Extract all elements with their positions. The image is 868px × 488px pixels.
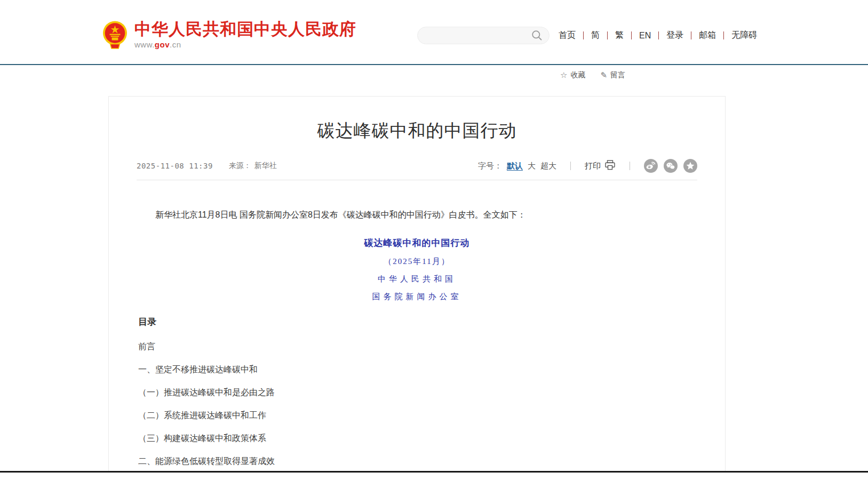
source-value: 新华社 (254, 161, 277, 171)
share-icons (644, 159, 697, 173)
site-header: 中华人民共和国中央人民政府 www.gov.cn 首页 简 繁 EN 登录 (0, 0, 868, 64)
nav-item-accessibility[interactable]: 无障碍 (730, 30, 758, 41)
print-button[interactable]: 打印 (585, 160, 616, 172)
nav-separator (583, 31, 584, 39)
nav-item-home[interactable]: 首页 (558, 30, 577, 41)
search-box (417, 27, 550, 44)
lead-paragraph: 新华社北京11月8日电 国务院新闻办公室8日发布《碳达峰碳中和的中国行动》白皮书… (138, 208, 696, 222)
page-toolbar: ☆ 收藏 ✎ 留言 (560, 70, 625, 80)
font-size-xlarge-button[interactable]: 超大 (540, 161, 556, 171)
meta-separator (570, 162, 571, 170)
header-divider (0, 64, 868, 65)
search-input[interactable] (426, 31, 531, 40)
toc-item-2: 二、能源绿色低碳转型取得显著成效 (138, 457, 696, 466)
toc-item-1-3: （三）构建碳达峰碳中和政策体系 (138, 434, 696, 443)
bottom-mask (0, 473, 868, 488)
document-title: 碳达峰碳中和的中国行动 (138, 237, 696, 249)
nav-item-english[interactable]: EN (638, 31, 652, 41)
pencil-icon: ✎ (600, 70, 607, 80)
article-date: 2025-11-08 11:39 (137, 162, 213, 170)
nav-separator (631, 31, 632, 39)
document-issuer-line-1: 中华人民共和国 (138, 274, 696, 284)
star-outline-icon: ☆ (560, 70, 567, 80)
font-size-default-button[interactable]: 默认 (507, 161, 523, 171)
logo-text: 中华人民共和国中央人民政府 www.gov.cn (134, 20, 356, 49)
font-size-label: 字号： (478, 161, 502, 171)
site-url-suffix: .cn (170, 40, 181, 49)
nav-item-mail[interactable]: 邮箱 (698, 30, 717, 41)
toc-item-1-2: （二）系统推进碳达峰碳中和工作 (138, 411, 696, 420)
site-logo[interactable]: 中华人民共和国中央人民政府 www.gov.cn (102, 20, 356, 50)
article-meta-left: 2025-11-08 11:39 来源： 新华社 (137, 161, 277, 171)
meta-separator (630, 162, 630, 170)
favorite-button[interactable]: ☆ 收藏 (560, 70, 585, 80)
font-size-large-button[interactable]: 大 (528, 161, 536, 171)
search-icon[interactable] (531, 30, 543, 41)
nav-separator (691, 31, 691, 39)
nav-separator (607, 31, 608, 39)
printer-icon (604, 160, 616, 172)
nav-item-simplified[interactable]: 简 (590, 30, 601, 41)
nav-separator (723, 31, 724, 39)
toc-item-1-1: （一）推进碳达峰碳中和是必由之路 (138, 388, 696, 397)
article-title: 碳达峰碳中和的中国行动 (109, 119, 725, 143)
favorite-label: 收藏 (570, 70, 585, 80)
nav-separator (658, 31, 659, 39)
source-label: 来源： (229, 161, 251, 171)
national-emblem-icon (102, 20, 128, 50)
comment-button[interactable]: ✎ 留言 (600, 70, 625, 80)
site-title: 中华人民共和国中央人民政府 (134, 20, 356, 38)
toc-item-preface: 前言 (138, 342, 696, 351)
star-share-icon[interactable] (683, 159, 697, 173)
site-url: www.gov.cn (134, 40, 356, 49)
article-body: 新华社北京11月8日电 国务院新闻办公室8日发布《碳达峰碳中和的中国行动》白皮书… (109, 208, 725, 471)
nav-item-login[interactable]: 登录 (665, 30, 684, 41)
weibo-share-icon[interactable] (644, 159, 658, 173)
toc-item-1: 一、坚定不移推进碳达峰碳中和 (138, 365, 696, 374)
site-url-prefix: www. (134, 40, 155, 49)
wechat-share-icon[interactable] (664, 159, 678, 173)
toc-heading: 目录 (138, 316, 696, 328)
viewport-bottom-edge (0, 471, 868, 473)
page: 中华人民共和国中央人民政府 www.gov.cn 首页 简 繁 EN 登录 (0, 0, 868, 488)
document-date-line: （2025年11月） (138, 257, 696, 267)
article-container: 碳达峰碳中和的中国行动 2025-11-08 11:39 来源： 新华社 字号：… (108, 96, 726, 471)
article-meta-row: 2025-11-08 11:39 来源： 新华社 字号： 默认 大 超大 打印 (137, 159, 697, 180)
comment-label: 留言 (610, 70, 625, 80)
article-meta-right: 字号： 默认 大 超大 打印 (478, 159, 697, 173)
document-issuer-line-2: 国务院新闻办公室 (138, 292, 696, 302)
print-label: 打印 (585, 161, 601, 171)
nav-item-traditional[interactable]: 繁 (614, 30, 625, 41)
header-nav: 首页 简 繁 EN 登录 邮箱 无障碍 (558, 30, 758, 41)
site-url-gov: gov (155, 40, 170, 49)
